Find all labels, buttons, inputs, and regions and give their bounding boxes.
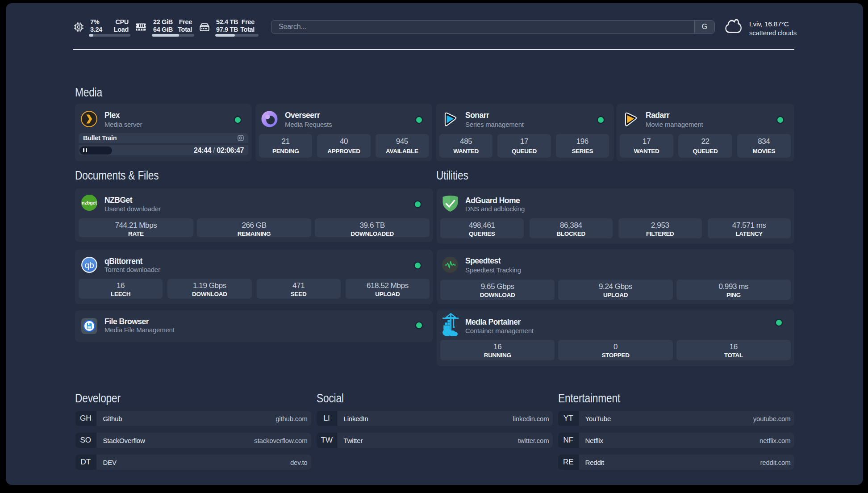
svg-text:qb: qb [84, 260, 94, 270]
svg-text:nzbget: nzbget [82, 200, 97, 205]
